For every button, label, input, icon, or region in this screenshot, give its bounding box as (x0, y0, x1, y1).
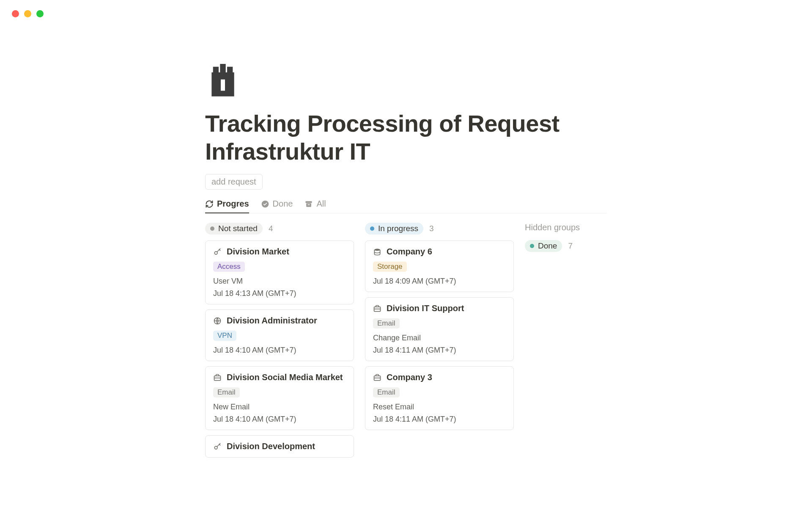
svg-rect-4 (221, 80, 225, 91)
column-count: 3 (429, 224, 434, 233)
status-dot-icon (210, 226, 214, 231)
card-title: Company 6 (387, 247, 432, 257)
column-header[interactable]: Not started 4 (205, 223, 354, 235)
svg-rect-1 (213, 67, 219, 74)
archive-icon (304, 200, 313, 208)
svg-rect-8 (308, 204, 310, 205)
svg-rect-3 (220, 64, 225, 74)
card-title: Division Market (227, 247, 289, 257)
card-timestamp: Jul 18 4:10 AM (GMT+7) (213, 415, 346, 424)
svg-point-13 (374, 248, 380, 251)
card-description: Change Email (373, 334, 506, 342)
card-title: Division IT Support (387, 304, 464, 313)
view-tabs: Progres Done All (205, 199, 607, 213)
key-icon (213, 248, 222, 256)
card-tag: VPN (213, 331, 236, 341)
window-traffic-lights (0, 0, 812, 17)
close-window-icon[interactable] (12, 10, 19, 17)
page-icon[interactable] (206, 64, 240, 98)
card-tag: Email (373, 387, 400, 398)
fullscreen-window-icon[interactable] (36, 10, 44, 17)
card-tag: Access (213, 262, 245, 272)
svg-rect-2 (227, 67, 233, 74)
svg-point-5 (261, 200, 269, 207)
add-request-button[interactable]: add request (205, 174, 263, 190)
tab-label: Done (273, 199, 293, 209)
request-card[interactable]: Division Social Media Market Email New E… (205, 366, 354, 430)
card-description: Reset Email (373, 403, 506, 411)
svg-rect-6 (306, 201, 312, 203)
status-pill-not-started: Not started (205, 223, 263, 235)
card-timestamp: Jul 18 4:11 AM (GMT+7) (373, 415, 506, 424)
request-card[interactable]: Division Administrator VPN Jul 18 4:10 A… (205, 309, 354, 361)
globe-icon (213, 317, 222, 325)
kanban-board: Not started 4 Division Market Access Use… (205, 213, 607, 463)
card-tag: Email (373, 318, 400, 329)
card-timestamp: Jul 18 4:13 AM (GMT+7) (213, 289, 346, 298)
hidden-group-done[interactable]: Done 7 (525, 240, 607, 252)
column-header[interactable]: In progress 3 (365, 223, 514, 235)
tab-progres[interactable]: Progres (205, 199, 249, 213)
status-label: Not started (218, 224, 258, 233)
card-title: Division Development (227, 442, 315, 451)
tab-all[interactable]: All (304, 199, 326, 213)
column-in-progress: In progress 3 Company 6 Storage Jul 18 4… (365, 223, 514, 463)
request-card[interactable]: Company 3 Email Reset Email Jul 18 4:11 … (365, 366, 514, 430)
card-title: Division Administrator (227, 316, 317, 326)
column-not-started: Not started 4 Division Market Access Use… (205, 223, 354, 463)
card-tag: Email (213, 387, 240, 398)
briefcase-icon (373, 304, 381, 313)
tab-done[interactable]: Done (261, 199, 293, 213)
request-card[interactable]: Division Development (205, 435, 354, 458)
check-circle-icon (261, 200, 269, 208)
card-tag: Storage (373, 262, 407, 272)
hidden-groups-column: Hidden groups Done 7 (525, 223, 607, 463)
card-description: User VM (213, 277, 346, 286)
card-timestamp: Jul 18 4:10 AM (GMT+7) (213, 346, 346, 355)
briefcase-icon (373, 373, 381, 382)
minimize-window-icon[interactable] (24, 10, 31, 17)
column-count: 4 (269, 224, 273, 233)
request-card[interactable]: Company 6 Storage Jul 18 4:09 AM (GMT+7) (365, 240, 514, 292)
card-timestamp: Jul 18 4:11 AM (GMT+7) (373, 346, 506, 355)
status-dot-icon (370, 226, 374, 231)
refresh-icon (205, 200, 214, 208)
hidden-groups-header: Hidden groups (525, 223, 607, 232)
status-pill-done: Done (525, 240, 562, 252)
status-label: Done (538, 241, 557, 251)
tab-label: Progres (217, 199, 249, 209)
status-dot-icon (530, 244, 534, 248)
card-title: Division Social Media Market (227, 373, 343, 382)
tab-label: All (316, 199, 326, 209)
hidden-group-count: 7 (568, 241, 573, 251)
card-title: Company 3 (387, 373, 432, 382)
card-timestamp: Jul 18 4:09 AM (GMT+7) (373, 277, 506, 286)
storage-icon (373, 248, 381, 256)
card-description: New Email (213, 403, 346, 411)
status-label: In progress (378, 224, 418, 233)
page-title[interactable]: Tracking Processing of Request Infrastru… (205, 110, 607, 166)
request-card[interactable]: Division Market Access User VM Jul 18 4:… (205, 240, 354, 304)
request-card[interactable]: Division IT Support Email Change Email J… (365, 297, 514, 361)
briefcase-icon (213, 373, 222, 382)
status-pill-in-progress: In progress (365, 223, 423, 235)
key-icon (213, 442, 222, 451)
